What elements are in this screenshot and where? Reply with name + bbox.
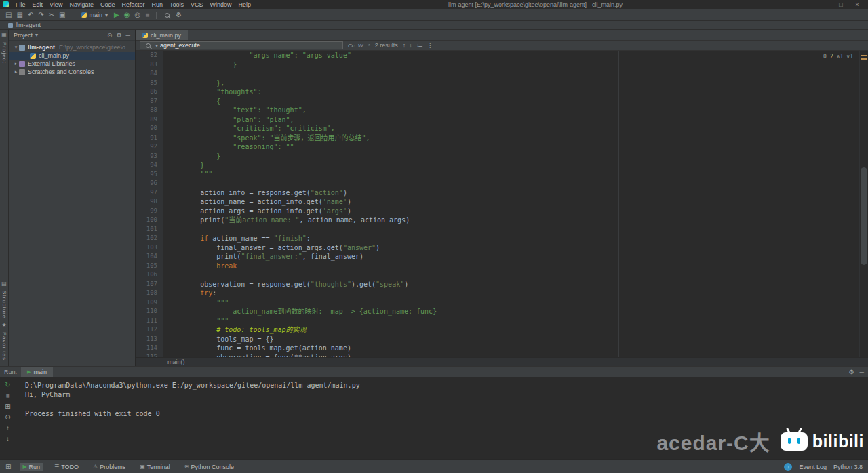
scrollbar-thumb[interactable]	[861, 167, 867, 266]
hide-icon[interactable]: ─	[860, 369, 864, 375]
prev-occurrence-icon[interactable]: ↑	[403, 42, 406, 49]
code-line[interactable]: 82 "args name": "args value"	[136, 51, 859, 60]
prev-problem-icon[interactable]: ∧1	[837, 52, 844, 62]
code-line[interactable]: 103 final_answer = action_args.get("answ…	[136, 243, 859, 253]
menu-window[interactable]: Window	[207, 1, 235, 8]
inspections-widget[interactable]: 0 2 ∧1 ∨1	[821, 52, 856, 62]
minimize-button[interactable]: —	[816, 1, 833, 8]
code-line[interactable]: 87 {	[136, 97, 859, 106]
code-line[interactable]: 111 """	[136, 316, 859, 326]
run-button[interactable]: ▶	[113, 12, 121, 18]
code-line[interactable]: 85 },	[136, 79, 859, 88]
menu-help[interactable]: Help	[235, 1, 255, 8]
status-item-run[interactable]: ▶Run	[20, 463, 43, 471]
code-line[interactable]: 83 }	[136, 60, 859, 70]
locate-icon[interactable]: ⊙	[107, 32, 113, 39]
code-line[interactable]: 98 action_name = action_info.get('name')	[136, 197, 859, 207]
update-badge-icon[interactable]: ↓	[784, 463, 792, 471]
tool-window-switcher-icon[interactable]: ⊞	[5, 463, 11, 470]
status-item-terminal[interactable]: ▣Terminal	[137, 463, 173, 471]
match-case-toggle[interactable]: Cc	[348, 43, 355, 49]
hide-icon[interactable]: ─	[126, 32, 130, 39]
open-icon[interactable]: ▤	[4, 12, 13, 18]
warning-stripe-mark[interactable]	[861, 58, 867, 60]
undo-icon[interactable]: ↶	[26, 12, 35, 18]
code-line[interactable]: 94 }	[136, 161, 859, 170]
search-field[interactable]: ▾	[140, 41, 343, 49]
status-item-python-interpreter[interactable]: Python 3.8	[833, 464, 863, 470]
scroll-up-icon[interactable]: ↑	[6, 424, 9, 432]
tree-item-llm-agent-root[interactable]: ▾llm-agentE:\py_workspace\gitee\openai\l…	[9, 43, 135, 52]
redo-icon[interactable]: ↷	[37, 12, 45, 18]
warning-stripe-mark[interactable]	[861, 55, 867, 56]
tree-item-scratches-and-consoles[interactable]: ▸Scratches and Consoles	[9, 68, 135, 76]
code-line[interactable]: 104 print("final_answer:", final_answer)	[136, 252, 859, 262]
menu-tools[interactable]: Tools	[166, 1, 187, 8]
maximize-button[interactable]: □	[833, 1, 849, 8]
next-occurrence-icon[interactable]: ↓	[409, 42, 412, 49]
code-line[interactable]: 102 if action_name == "finish":	[136, 234, 859, 243]
settings-icon[interactable]: ⚙	[117, 32, 122, 39]
code-line[interactable]: 107 observation = response.get("thoughts…	[136, 280, 859, 289]
code-line[interactable]: 99 action_args = action_info.get('args')	[136, 207, 859, 216]
search-everywhere-icon[interactable]	[165, 13, 170, 18]
words-toggle[interactable]: W	[358, 43, 363, 49]
code-line[interactable]: 97 action_info = response.get("action")	[136, 188, 859, 198]
code-line[interactable]: 108 try:	[136, 289, 859, 298]
scope-breadcrumb[interactable]: main()	[167, 358, 185, 365]
save-all-icon[interactable]: ▦	[15, 12, 24, 18]
code-line[interactable]: 89 "plan": "plan",	[136, 115, 859, 125]
search-input[interactable]	[160, 42, 340, 49]
code-line[interactable]: 114 func = tools_map.get(action_name)	[136, 344, 859, 353]
restore-layout-icon[interactable]: ⊞	[5, 403, 10, 410]
project-panel-title[interactable]: Project	[14, 32, 33, 39]
code-line[interactable]: 93 }	[136, 152, 859, 161]
menu-navigate[interactable]: Navigate	[66, 1, 97, 8]
breadcrumb[interactable]: llm-agent	[16, 22, 41, 28]
scroll-down-icon[interactable]: ↓	[6, 435, 9, 443]
run-tab-main[interactable]: ▶ main	[21, 367, 53, 377]
menu-code[interactable]: Code	[97, 1, 119, 8]
tree-item-external-libraries[interactable]: ▸External Libraries	[9, 60, 135, 68]
tool-button-structure[interactable]: Structure	[1, 291, 7, 318]
copy-icon[interactable]: ▣	[58, 12, 66, 18]
code-line[interactable]: 110 action_name到函数的映射: map -> {action_na…	[136, 307, 859, 316]
code-line[interactable]: 91 "speak": "当前步骤，返回给用户的总结",	[136, 133, 859, 143]
stop-button[interactable]: ■	[144, 12, 151, 18]
code-line[interactable]: 101	[136, 225, 859, 234]
code-line[interactable]: 90 "criticism": "criticism",	[136, 124, 859, 133]
code-line[interactable]: 92 "reasoning": ""	[136, 142, 859, 152]
tool-button-project[interactable]: Project	[1, 42, 7, 64]
stop-icon[interactable]: ■	[5, 392, 9, 399]
code-line[interactable]: 84	[136, 69, 859, 79]
menu-run[interactable]: Run	[148, 1, 166, 8]
status-item-todo[interactable]: ☰TODO	[52, 463, 81, 471]
menu-view[interactable]: View	[46, 1, 66, 8]
chevron-down-icon[interactable]: ▾	[35, 32, 38, 38]
rerun-icon[interactable]: ↻	[5, 381, 10, 388]
cut-icon[interactable]: ✂	[47, 12, 56, 18]
menu-refactor[interactable]: Refactor	[118, 1, 148, 8]
close-button[interactable]: ×	[849, 1, 865, 8]
code-line[interactable]: 95 """	[136, 170, 859, 180]
code-editor[interactable]: 82 "args name": "args value"83 }8485 },8…	[136, 51, 868, 357]
status-item-python-console[interactable]: ≋Python Console	[182, 463, 237, 471]
regex-toggle[interactable]: .*	[366, 43, 370, 49]
code-line[interactable]: 112 # todo: tools_map的实现	[136, 325, 859, 335]
tree-item-cli-main-py[interactable]: cli_main.py	[9, 52, 135, 60]
coverage-button[interactable]: ◎	[134, 12, 142, 18]
more-options-icon[interactable]: ⋮	[427, 42, 433, 49]
code-line[interactable]: 86 "thoughts":	[136, 87, 859, 97]
editor-tab-cli-main[interactable]: cli_main.py	[136, 30, 188, 40]
menu-vcs[interactable]: VCS	[187, 1, 207, 8]
editor-scrollbar[interactable]	[859, 51, 868, 357]
menu-edit[interactable]: Edit	[29, 1, 47, 8]
code-line[interactable]: 105 break	[136, 262, 859, 271]
settings-icon[interactable]: ⚙	[174, 12, 183, 18]
settings-icon[interactable]: ⚙	[849, 369, 854, 375]
code-line[interactable]: 88 "text": "thought",	[136, 106, 859, 115]
code-line[interactable]: 115 observation = func(**action_args)	[136, 353, 859, 358]
menu-file[interactable]: File	[12, 1, 29, 8]
code-line[interactable]: 113 tools_map = {}	[136, 335, 859, 344]
filter-icon[interactable]: ≔	[417, 42, 423, 49]
